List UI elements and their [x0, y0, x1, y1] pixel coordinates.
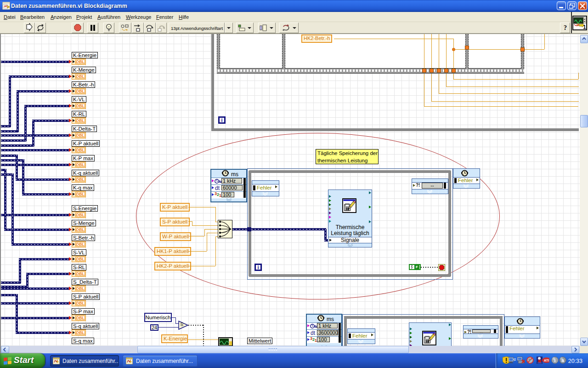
svg-text:i: i	[554, 358, 556, 363]
svg-text:1: 1	[583, 24, 586, 29]
svg-text:a: a	[561, 358, 564, 363]
svg-text:ATI: ATI	[544, 359, 549, 362]
